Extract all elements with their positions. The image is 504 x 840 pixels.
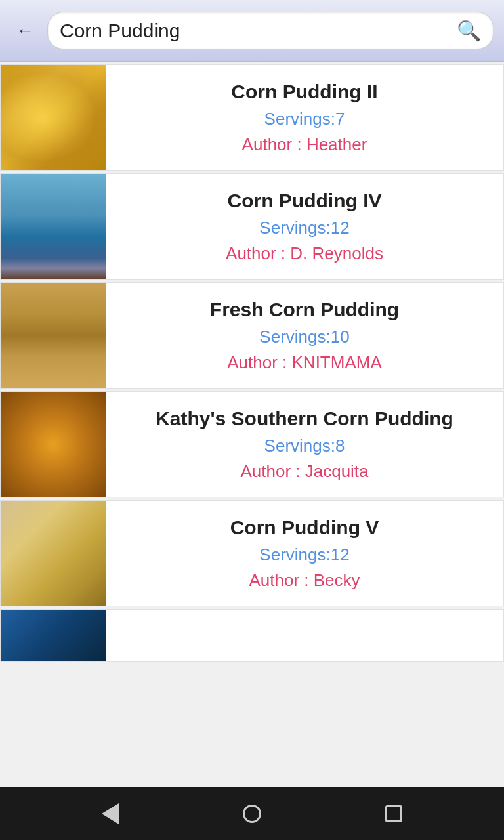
- recipe-image: [1, 174, 106, 279]
- recipe-title: Corn Pudding V: [230, 516, 379, 539]
- recipe-title: Corn Pudding IV: [228, 189, 382, 213]
- recipe-title: Fresh Corn Pudding: [210, 298, 399, 322]
- recipe-info: Corn Pudding II Servings:7 Author : Heat…: [106, 65, 503, 170]
- recipe-info: Fresh Corn Pudding Servings:10 Author : …: [106, 283, 503, 388]
- search-icon: 🔍: [457, 20, 481, 41]
- recipe-image-partial: [1, 610, 106, 661]
- recipe-author: Author : Heather: [242, 135, 368, 155]
- recipe-servings: Servings:7: [264, 109, 345, 129]
- android-home-button[interactable]: [243, 805, 261, 823]
- recipe-image: [1, 65, 106, 170]
- recipe-card[interactable]: Kathy's Southern Corn Pudding Servings:8…: [0, 391, 504, 497]
- back-button[interactable]: ←: [10, 18, 39, 44]
- recipe-info: Corn Pudding IV Servings:12 Author : D. …: [106, 174, 503, 279]
- recipe-author: Author : D. Reynolds: [226, 243, 383, 264]
- recipe-info-partial: [106, 610, 503, 661]
- search-button[interactable]: 🔍: [457, 19, 481, 42]
- recipe-author: Author : Jacquita: [240, 461, 368, 482]
- android-back-icon: [102, 803, 119, 824]
- recipe-servings: Servings:10: [259, 327, 349, 347]
- recipe-card-partial[interactable]: [0, 609, 504, 662]
- android-recents-icon: [385, 805, 402, 822]
- android-home-icon: [243, 805, 261, 823]
- android-nav-bar: [0, 788, 504, 840]
- search-bar: ← 🔍: [0, 0, 504, 62]
- recipe-servings: Servings:12: [259, 545, 349, 565]
- recipe-card[interactable]: Corn Pudding IV Servings:12 Author : D. …: [0, 173, 504, 280]
- recipe-title: Kathy's Southern Corn Pudding: [156, 407, 453, 430]
- recipe-image: [1, 501, 106, 606]
- recipe-title: Corn Pudding II: [231, 80, 377, 104]
- recipe-card[interactable]: Corn Pudding II Servings:7 Author : Heat…: [0, 64, 504, 171]
- recipe-image: [1, 283, 106, 388]
- recipe-author: Author : KNITMAMA: [227, 352, 382, 373]
- recipe-card[interactable]: Corn Pudding V Servings:12 Author : Beck…: [0, 500, 504, 606]
- recipe-servings: Servings:12: [259, 218, 349, 238]
- android-back-button[interactable]: [102, 803, 119, 824]
- back-icon: ←: [16, 20, 34, 41]
- recipe-info: Corn Pudding V Servings:12 Author : Beck…: [106, 501, 503, 606]
- recipe-info: Kathy's Southern Corn Pudding Servings:8…: [106, 392, 503, 497]
- recipe-servings: Servings:8: [264, 436, 345, 456]
- search-input[interactable]: [60, 20, 457, 42]
- recipe-author: Author : Becky: [249, 570, 360, 591]
- android-recents-button[interactable]: [385, 805, 402, 822]
- recipe-list: Corn Pudding II Servings:7 Author : Heat…: [0, 62, 504, 788]
- recipe-image: [1, 392, 106, 497]
- recipe-card[interactable]: Fresh Corn Pudding Servings:10 Author : …: [0, 282, 504, 388]
- search-input-wrapper: 🔍: [47, 12, 494, 49]
